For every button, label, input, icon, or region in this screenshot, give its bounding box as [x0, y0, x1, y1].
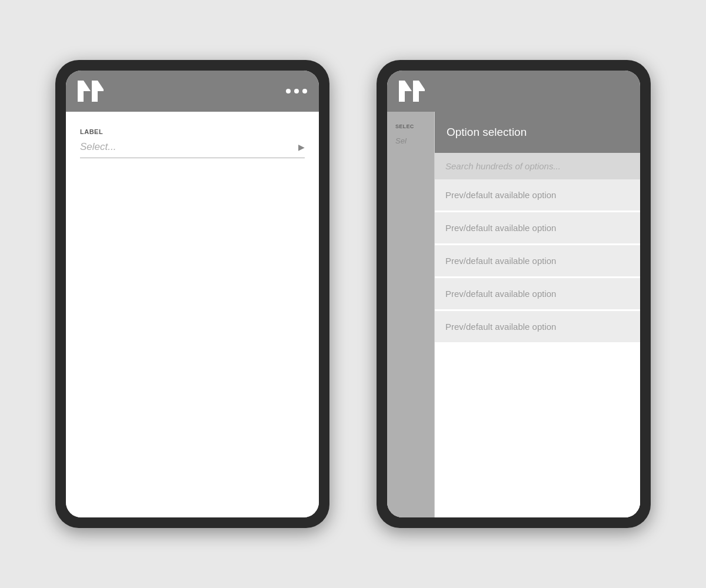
option-item[interactable]: Prev/default available option [435, 311, 640, 342]
field-label: LABEL [80, 128, 305, 135]
logo-2 [399, 81, 425, 102]
dot-3 [302, 89, 307, 93]
phone-2-body: SELEC Sel Option selection Search hundre… [387, 112, 640, 517]
phone-1-header [66, 71, 319, 112]
dot-1 [286, 89, 291, 93]
svg-rect-0 [78, 81, 84, 102]
svg-rect-6 [413, 81, 419, 102]
phone-2-header [387, 71, 640, 112]
option-search[interactable]: Search hundreds of options... [435, 153, 640, 179]
phone-2-left-select: Sel [395, 136, 426, 145]
svg-marker-1 [84, 81, 91, 91]
phone-2: SELEC Sel Option selection Search hundre… [377, 60, 651, 528]
logo-icon-2 [399, 81, 425, 102]
logo [78, 81, 104, 102]
phone-2-left: SELEC Sel [387, 112, 434, 517]
svg-marker-7 [419, 81, 425, 91]
phone-2-screen: SELEC Sel Option selection Search hundre… [387, 71, 640, 517]
search-placeholder-text: Search hundreds of options... [445, 161, 561, 171]
svg-rect-4 [399, 81, 405, 102]
svg-marker-3 [98, 81, 104, 91]
svg-rect-2 [92, 81, 98, 102]
dot-2 [294, 89, 299, 93]
phone-2-left-label: SELEC [395, 123, 426, 129]
select-placeholder: Select... [80, 141, 116, 153]
option-panel: Option selection Search hundreds of opti… [434, 112, 640, 517]
option-item[interactable]: Prev/default available option [435, 179, 640, 212]
option-item[interactable]: Prev/default available option [435, 245, 640, 278]
page-container: LABEL Select... ▶ [0, 36, 706, 552]
phone-1-screen: LABEL Select... ▶ [66, 71, 319, 517]
phone-1-body: LABEL Select... ▶ [66, 112, 319, 517]
dots-menu[interactable] [286, 89, 307, 93]
select-arrow-icon: ▶ [298, 142, 305, 152]
option-list: Prev/default available optionPrev/defaul… [435, 179, 640, 517]
phone-1: LABEL Select... ▶ [55, 60, 329, 528]
option-item[interactable]: Prev/default available option [435, 278, 640, 311]
logo-icon [78, 81, 104, 102]
select-field[interactable]: Select... ▶ [80, 141, 305, 158]
option-panel-title: Option selection [447, 126, 527, 139]
svg-marker-5 [405, 81, 412, 91]
option-panel-header: Option selection [435, 112, 640, 153]
option-item[interactable]: Prev/default available option [435, 212, 640, 245]
